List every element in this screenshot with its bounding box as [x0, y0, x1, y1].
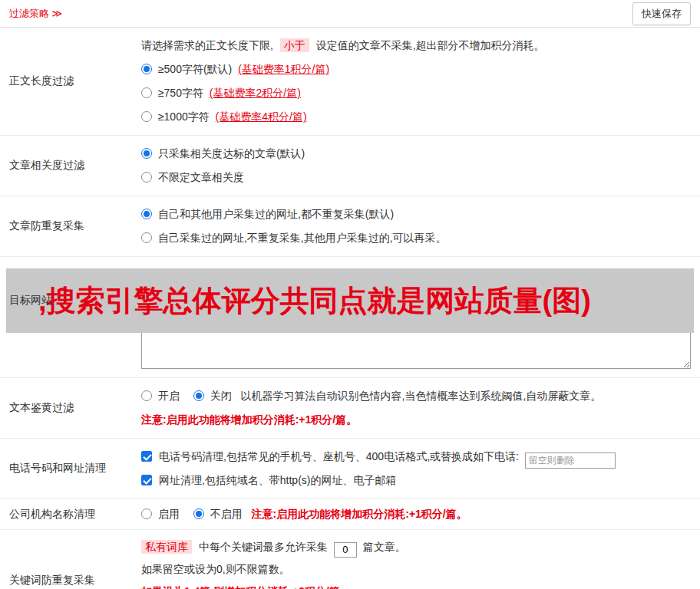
less-than-highlight: 小于	[280, 38, 309, 52]
keyword-limit-input[interactable]	[334, 542, 357, 558]
url-clean-option: 网址清理,包括纯域名、带http(s)的网址、电子邮箱	[141, 469, 691, 492]
radio-label[interactable]: 关闭	[210, 390, 232, 402]
radio-porn-off[interactable]	[193, 390, 204, 401]
desc-text: 设定值的文章不采集,超出部分不增加积分消耗。	[316, 39, 545, 51]
limit-text-end: 篇文章。	[363, 541, 406, 553]
dedup-option-global: 自己和其他用户采集过的网址,都不重复采集(默认)	[141, 202, 691, 226]
length-option-500: ≥500字符(默认) (基础费率1积分/篇)	[141, 58, 691, 81]
limit-text: 中每个关键词最多允许采集	[199, 541, 328, 553]
length-filter-description: 请选择需求的正文长度下限, 小于 设定值的文章不采集,超出部分不增加积分消耗。	[141, 34, 691, 58]
company-clean-options: 启用 不启用 注意:启用此功能将增加积分消耗:+1积分/篇。	[141, 502, 467, 526]
checkbox-url-clean[interactable]	[141, 475, 152, 485]
relevance-option-strict: 只采集相关度达标的文章(默认)	[141, 142, 691, 166]
checkbox-label[interactable]: 网址清理,包括纯域名、带http(s)的网址、电子邮箱	[159, 474, 397, 486]
row-label: 公司机构名称清理	[0, 499, 137, 529]
radio-label[interactable]: 自己采集过的网址,不重复采集,其他用户采集过的,可以再采。	[158, 232, 447, 244]
radio-length-750[interactable]	[141, 87, 152, 98]
radio-label[interactable]: ≥750字符	[158, 87, 203, 99]
row-label: 文章相关度过滤	[0, 136, 137, 196]
row-label: 目标网站	[0, 257, 137, 377]
porn-filter-note: 注意:启用此功能将增加积分消耗:+1积分/篇。	[141, 408, 691, 432]
quick-save-button[interactable]: 快速保存	[632, 2, 691, 25]
radio-label[interactable]: ≥1000字符	[158, 110, 210, 123]
keyword-note-cost: 如果设为1-4篇,则增加积分消耗:+2积分/篇。	[141, 581, 691, 589]
private-lexicon-highlight: 私有词库	[141, 540, 192, 554]
header: 过滤策略 ≫ 快速保存	[0, 0, 700, 28]
row-content-length-filter: 正文长度过滤 请选择需求的正文长度下限, 小于 设定值的文章不采集,超出部分不增…	[0, 28, 700, 136]
row-porn-filter: 文本鉴黄过滤 开启 关闭 以机器学习算法自动识别色情内容,当色情概率达到系统阈值…	[0, 378, 700, 439]
row-keyword-dedup: 关键词防重复采集 私有词库 中每个关键词最多允许采集 篇文章。 如果留空或设为0…	[0, 530, 700, 589]
row-label: 电话号码和网址清理	[0, 439, 137, 499]
radio-label[interactable]: 开启	[158, 390, 180, 402]
length-option-750: ≥750字符 (基础费率2积分/篇)	[141, 81, 691, 105]
radio-length-1000[interactable]	[141, 111, 152, 122]
row-company-name-clean: 公司机构名称清理 启用 不启用 注意:启用此功能将增加积分消耗:+1积分/篇。	[0, 499, 700, 530]
radio-label[interactable]: 不限定文章相关度	[158, 171, 244, 183]
row-content: 开启 关闭 以机器学习算法自动识别色情内容,当色情概率达到系统阈值,自动屏蔽文章…	[137, 378, 700, 438]
section-title-filter-strategy[interactable]: 过滤策略 ≫	[9, 7, 62, 21]
porn-filter-description: 以机器学习算法自动识别色情内容,当色情概率达到系统阈值,自动屏蔽文章。	[241, 390, 602, 402]
dedup-option-self: 自己采集过的网址,不重复采集,其他用户采集过的,可以再采。	[141, 226, 691, 250]
rate-note: (基础费率2积分/篇)	[210, 87, 301, 99]
radio-dedup-self[interactable]	[141, 232, 152, 243]
radio-company-on[interactable]	[141, 508, 152, 519]
desc-text: 请选择需求的正文长度下限,	[141, 39, 273, 51]
radio-relevance-strict[interactable]	[141, 148, 152, 159]
radio-length-500[interactable]	[141, 64, 152, 74]
row-label: 正文长度过滤	[0, 28, 137, 135]
radio-label[interactable]: 自己和其他用户采集过的网址,都不重复采集(默认)	[158, 208, 394, 220]
porn-filter-options: 开启 关闭 以机器学习算法自动识别色情内容,当色情概率达到系统阈值,自动屏蔽文章…	[141, 384, 691, 408]
row-content: 私有词库 中每个关键词最多允许采集 篇文章。 如果留空或设为0,则不限篇数。 如…	[137, 530, 700, 589]
relevance-option-any: 不限定文章相关度	[141, 166, 691, 189]
row-phone-url-clean: 电话号码和网址清理 电话号码清理,包括常见的手机号、座机号、400电话格式,或替…	[0, 439, 700, 499]
checkbox-phone-clean[interactable]	[141, 451, 152, 462]
radio-company-off[interactable]	[193, 508, 204, 519]
radio-porn-on[interactable]	[141, 390, 152, 401]
radio-label[interactable]: ≥500字符(默认)	[158, 63, 232, 75]
row-dedup-collect: 文章防重复采集 自己和其他用户采集过的网址,都不重复采集(默认) 自己采集过的网…	[0, 196, 700, 257]
keyword-note-zero: 如果留空或设为0,则不限篇数。	[141, 558, 691, 581]
keyword-limit-line: 私有词库 中每个关键词最多允许采集 篇文章。	[141, 536, 691, 558]
row-content: 电话号码清理,包括常见的手机号、座机号、400电话格式,或替换成如下电话: 网址…	[137, 439, 700, 499]
row-label: 文本鉴黄过滤	[0, 378, 137, 438]
row-relevance-filter: 文章相关度过滤 只采集相关度达标的文章(默认) 不限定文章相关度	[0, 136, 700, 196]
row-label: 关键词防重复采集	[0, 530, 137, 589]
row-content: 只采集相关度达标的文章(默认) 不限定文章相关度	[137, 136, 700, 196]
rate-note: (基础费率1积分/篇)	[238, 63, 329, 75]
checkbox-label[interactable]: 电话号码清理,包括常见的手机号、座机号、400电话格式,或替换成如下电话:	[159, 450, 519, 462]
phone-clean-option: 电话号码清理,包括常见的手机号、座机号、400电话格式,或替换成如下电话:	[141, 445, 691, 469]
radio-label[interactable]: 不启用	[210, 508, 243, 520]
length-option-1000: ≥1000字符 (基础费率4积分/篇)	[141, 105, 691, 129]
radio-dedup-global[interactable]	[141, 209, 152, 219]
cost-note: 注意:启用此功能将增加积分消耗:+1积分/篇。	[141, 413, 357, 426]
radio-label[interactable]: 启用	[158, 508, 180, 520]
row-content: 自己和其他用户采集过的网址,都不重复采集(默认) 自己采集过的网址,不重复采集,…	[137, 196, 700, 256]
cost-note: 如果设为1-4篇,则增加积分消耗:+2积分/篇。	[141, 585, 351, 589]
radio-relevance-any[interactable]	[141, 172, 152, 183]
row-label: 文章防重复采集	[0, 196, 137, 256]
cost-note: 注意:启用此功能将增加积分消耗:+1积分/篇。	[252, 508, 467, 520]
filter-strategy-page: 过滤策略 ≫ 快速保存 正文长度过滤 请选择需求的正文长度下限, 小于 设定值的…	[0, 0, 700, 589]
rate-note: (基础费率4积分/篇)	[216, 110, 307, 123]
row-content: 启用 不启用 注意:启用此功能将增加积分消耗:+1积分/篇。	[137, 499, 700, 529]
replacement-phone-input[interactable]	[525, 452, 616, 469]
radio-label[interactable]: 只采集相关度达标的文章(默认)	[158, 147, 305, 160]
row-content: 请选择需求的正文长度下限, 小于 设定值的文章不采集,超出部分不增加积分消耗。 …	[137, 28, 700, 135]
